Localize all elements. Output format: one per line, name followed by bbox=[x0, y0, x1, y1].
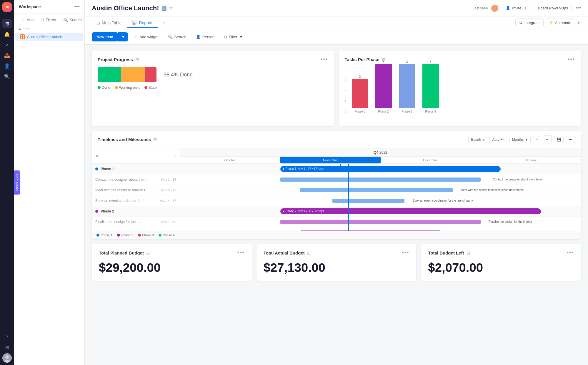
planned-budget-menu[interactable]: ••• bbox=[237, 250, 245, 256]
board-power-ups-button[interactable]: Board Power-Ups bbox=[534, 4, 572, 12]
person-button[interactable]: 👤 Person bbox=[192, 33, 218, 41]
see-plans-button[interactable]: See plans bbox=[14, 170, 20, 195]
chart-icon: 📊 bbox=[132, 20, 137, 25]
task1-row: Contact the designer about the i... Nov … bbox=[92, 174, 180, 185]
bar-chart-container: 4 3 2 1 0 2 Phase 3 3 bbox=[345, 67, 575, 120]
task1-date: Nov 1 - 15 bbox=[161, 178, 176, 181]
svg-rect-6 bbox=[23, 37, 24, 38]
done-segment bbox=[98, 67, 121, 82]
final-section-label[interactable]: ▶ Final bbox=[19, 27, 80, 31]
add-button[interactable]: ＋ Add bbox=[19, 16, 36, 24]
y-tick-2: 2 bbox=[345, 89, 351, 92]
final-section: ▶ Final bbox=[14, 26, 84, 32]
filter-button[interactable]: ⊟ Filter ▼ bbox=[220, 33, 246, 41]
tab-main-table[interactable]: ⊟ Main Table bbox=[92, 18, 126, 28]
search-toolbar-button[interactable]: 🔍 Search bbox=[164, 33, 190, 41]
save-button[interactable]: 💾 bbox=[554, 136, 564, 143]
filter-icon-actual[interactable]: ⊟ bbox=[307, 251, 311, 255]
project-progress-widget: Project Progress ⊟ ••• 36.4% Done bbox=[92, 51, 334, 126]
bar-phase2-rect bbox=[375, 64, 392, 108]
baseline-button[interactable]: Baseline bbox=[468, 136, 487, 143]
chevron-left-icon[interactable]: ‹ bbox=[175, 154, 176, 158]
bar-phase4: 3 Phase 4 bbox=[422, 60, 439, 113]
invite-button[interactable]: 👤 Invite / 1 bbox=[502, 4, 530, 12]
more-icon[interactable]: ••• bbox=[575, 5, 581, 11]
task4-date: Nov 1 - 16 bbox=[161, 220, 176, 224]
chart-area: 36.4% Done bbox=[98, 67, 328, 82]
legend-phase2: Phase 2 bbox=[117, 233, 133, 237]
timeline-right-panel: Q4 2022 October November December Januar… bbox=[180, 148, 581, 231]
home-icon[interactable]: ⊞ bbox=[2, 19, 12, 28]
task5-bar[interactable] bbox=[300, 230, 441, 231]
project-progress-menu[interactable]: ••• bbox=[321, 56, 328, 63]
y-axis: 4 3 2 1 0 bbox=[345, 67, 351, 113]
add-label: Add bbox=[27, 18, 34, 22]
automate-button[interactable]: ⚡ Automate bbox=[545, 19, 575, 27]
filter-icon-planned[interactable]: ⊟ bbox=[146, 251, 150, 255]
last-seen-avatar bbox=[491, 5, 498, 12]
time-marker bbox=[340, 164, 341, 167]
close-icon[interactable]: ✕ bbox=[95, 154, 99, 158]
tasks-per-phase-menu[interactable]: ••• bbox=[568, 56, 575, 63]
phase2-label: Phase 2 bbox=[101, 209, 114, 213]
task3-bar[interactable] bbox=[332, 199, 404, 203]
auto-fit-button[interactable]: Auto Fit bbox=[489, 136, 507, 143]
user-icon[interactable]: 👤 bbox=[2, 61, 12, 71]
brand-icon[interactable]: M bbox=[2, 2, 12, 12]
apps-icon[interactable]: ⊞ bbox=[2, 343, 12, 352]
integrate-button[interactable]: ⚙ Integrate bbox=[515, 19, 543, 27]
y-tick-1: 1 bbox=[345, 99, 351, 103]
filters-button[interactable]: ⊟ Filters bbox=[38, 16, 58, 24]
info-icon[interactable]: ℹ️ bbox=[161, 6, 166, 11]
chevron-down-icon: ▼ bbox=[524, 138, 528, 142]
months-button[interactable]: Months ▼ bbox=[509, 136, 531, 143]
actual-budget-menu[interactable]: ••• bbox=[402, 250, 409, 256]
question-icon[interactable]: ? bbox=[2, 332, 12, 341]
bar-phase4-label: Phase 4 bbox=[425, 110, 436, 113]
zoom-out-button[interactable]: − bbox=[533, 136, 540, 143]
new-item-button[interactable]: New Item bbox=[92, 32, 118, 41]
search-icon: 🔍 bbox=[168, 35, 173, 39]
filters-label: Filters bbox=[46, 18, 56, 22]
plus-icon: ＋ bbox=[21, 17, 25, 22]
left-budget-menu[interactable]: ••• bbox=[567, 250, 574, 256]
legend-stuck: Stuck bbox=[144, 86, 157, 90]
timeline-menu[interactable]: ••• bbox=[566, 136, 575, 143]
phase2-gantt-bar[interactable]: ● Phase 2 Nov 1 - 30 • 30 days bbox=[280, 208, 541, 214]
add-widget-button[interactable]: ＋ Add widget bbox=[130, 33, 162, 41]
zoom-in-button[interactable]: ＋ bbox=[543, 135, 552, 143]
inbox-icon[interactable]: 📥 bbox=[2, 51, 12, 60]
task1-gantt-label: Contact the designer about the interior bbox=[493, 178, 543, 181]
search-icon-nav[interactable]: 🔍 bbox=[2, 72, 12, 81]
phase1-gantt-bar[interactable]: ● Phase 1 Nov 1 - 17 • 17 days bbox=[280, 166, 501, 172]
task2-bar[interactable] bbox=[300, 188, 453, 192]
budget-row: Total Planned Budget ⊟ ••• $29,200.00 To… bbox=[92, 244, 581, 281]
board-nav-item[interactable]: Austin Office Launch! bbox=[15, 33, 83, 41]
check-icon[interactable]: ✓ bbox=[2, 40, 12, 49]
project-progress-header: Project Progress ⊟ ••• bbox=[98, 56, 328, 63]
legend-phase4: Phase 4 bbox=[159, 233, 174, 237]
task5-text: n insurance to get quotes bbox=[95, 230, 135, 231]
chevron-down-icon: ▼ bbox=[239, 35, 243, 39]
tab-reports[interactable]: 📊 Reports bbox=[127, 18, 158, 28]
month-october: October bbox=[180, 157, 280, 163]
filter-icon[interactable]: ⊟ bbox=[135, 57, 139, 62]
nav-actions: ＋ Add ⊟ Filters 🔍 Search bbox=[14, 14, 84, 26]
legend-phase1: Phase 1 bbox=[96, 233, 112, 237]
star-icon[interactable]: ☆ bbox=[169, 5, 173, 11]
workspace-menu[interactable]: ••• bbox=[74, 4, 80, 10]
search-button[interactable]: 🔍 Search bbox=[61, 16, 84, 24]
timeline-left-header: ✕ ‹ bbox=[92, 148, 180, 164]
bell-icon[interactable]: 🔔 bbox=[2, 29, 12, 39]
task1-bar[interactable] bbox=[280, 178, 481, 182]
task4-bar[interactable] bbox=[280, 220, 481, 224]
bars-container: 2 Phase 3 3 Phase 2 3 Phase 1 bbox=[352, 67, 439, 113]
add-tab-button[interactable]: ＋ bbox=[159, 19, 169, 27]
filter-icon-timeline[interactable]: ⊟ bbox=[153, 137, 157, 142]
filter-icon-left[interactable]: ⊟ bbox=[467, 251, 470, 255]
avatar-icon[interactable] bbox=[2, 353, 12, 363]
chevron-down-icon[interactable]: ▼ bbox=[576, 20, 581, 26]
new-item-dropdown[interactable]: ▼ bbox=[118, 32, 128, 41]
task4-row: Finalize the design for the interior Nov… bbox=[92, 217, 180, 227]
last-seen-label: Last seen bbox=[472, 6, 488, 10]
